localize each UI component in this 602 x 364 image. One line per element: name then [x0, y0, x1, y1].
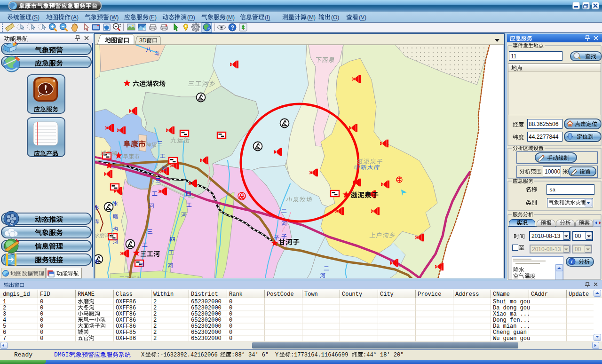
svg-text:2: 2	[153, 329, 157, 336]
svg-text:Provice: Provice	[418, 291, 441, 298]
svg-text:Town: Town	[304, 291, 318, 298]
svg-text:7: 7	[3, 335, 6, 342]
svg-text:0: 0	[229, 329, 232, 336]
svg-text:0: 0	[40, 329, 43, 336]
svg-text:0: 0	[40, 311, 43, 317]
svg-text:(O): (O)	[331, 14, 339, 21]
svg-text:OXFF86: OXFF86	[116, 311, 136, 317]
svg-text:Dong fen...: Dong fen...	[493, 317, 530, 324]
svg-text:RNAME: RNAME	[78, 291, 95, 298]
svg-text::88° 34′ 6″: :88° 34′ 6″	[231, 352, 269, 358]
svg-text:0: 0	[40, 335, 43, 342]
svg-text:10000: 10000	[545, 168, 561, 175]
svg-text:City: City	[380, 291, 394, 298]
svg-text:(D): (D)	[187, 14, 195, 21]
svg-text:0: 0	[40, 305, 43, 311]
svg-text:2: 2	[153, 299, 157, 305]
svg-text:County: County	[342, 291, 362, 298]
svg-text:652302000: 652302000	[191, 323, 222, 330]
svg-text:?: ?	[231, 24, 234, 31]
svg-text:Shui mo gou: Shui mo gou	[493, 299, 530, 305]
svg-text:0: 0	[40, 299, 43, 305]
svg-text:District: District	[191, 291, 218, 298]
svg-text:44.2277844: 44.2277844	[529, 134, 559, 140]
svg-text:0: 0	[229, 323, 232, 330]
svg-text:00: 00	[575, 233, 581, 239]
svg-text:652302000: 652302000	[191, 305, 222, 311]
svg-text:Wu guan gou: Wu guan gou	[493, 335, 530, 342]
svg-text:2: 2	[153, 305, 157, 311]
svg-text:dmgis_id: dmgis_id	[3, 291, 30, 298]
svg-text:652302000: 652302000	[191, 317, 222, 324]
svg-text:0: 0	[229, 311, 232, 317]
svg-text:652302000: 652302000	[191, 311, 222, 317]
svg-text:Class: Class	[116, 291, 133, 298]
svg-text::1773164.11646699: :1773164.11646699	[291, 352, 348, 358]
svg-text:Cheng guan: Cheng guan	[493, 329, 527, 336]
svg-text:2: 2	[153, 317, 157, 324]
svg-text:Y: Y	[275, 352, 278, 358]
svg-text:Address: Address	[455, 291, 479, 298]
svg-text:0: 0	[40, 317, 43, 324]
svg-text:652302000: 652302000	[191, 329, 222, 336]
svg-text:0: 0	[229, 317, 232, 324]
svg-text:6: 6	[3, 329, 6, 336]
svg-text:0: 0	[229, 299, 232, 305]
svg-text::44° 18′ 20″: :44° 18′ 20″	[363, 352, 404, 358]
svg-text:PostCode: PostCode	[267, 291, 294, 298]
svg-text:(S): (S)	[32, 14, 40, 21]
svg-text:(E): (E)	[149, 14, 157, 21]
svg-text:OXFF86: OXFF86	[116, 317, 136, 324]
svg-text:(A): (A)	[71, 14, 79, 21]
svg-text:2010-08-13: 2010-08-13	[532, 246, 561, 253]
svg-text:(M): (M)	[307, 14, 316, 21]
svg-text:OXFF86: OXFF86	[116, 335, 136, 342]
svg-text:1: 1	[3, 299, 6, 305]
svg-text:(M): (M)	[226, 14, 235, 21]
svg-text:Ready: Ready	[14, 351, 32, 358]
svg-text:CName: CName	[493, 291, 510, 298]
svg-text:00: 00	[575, 246, 581, 253]
svg-text:652302000: 652302000	[191, 335, 222, 342]
svg-text:Within: Within	[153, 291, 174, 298]
svg-text:(I): (I)	[265, 14, 270, 21]
svg-text:FID: FID	[40, 291, 50, 298]
svg-text:4: 4	[3, 317, 6, 324]
svg-text:sa: sa	[549, 187, 556, 193]
svg-text:CAddr: CAddr	[531, 291, 548, 298]
svg-text:2: 2	[153, 311, 157, 317]
svg-text:0: 0	[229, 305, 232, 311]
svg-text:OXFF86: OXFF86	[116, 323, 136, 330]
svg-text:Xiao ma ...: Xiao ma ...	[493, 311, 530, 317]
svg-text:0: 0	[40, 323, 43, 330]
svg-text:5: 5	[3, 323, 6, 330]
svg-text:2: 2	[153, 323, 157, 330]
svg-text:0: 0	[229, 335, 232, 342]
svg-text:X: X	[141, 352, 144, 358]
svg-text:Da mian ...: Da mian ...	[493, 323, 530, 330]
svg-text:11: 11	[511, 53, 517, 60]
svg-text:OXFF86: OXFF86	[116, 299, 136, 305]
svg-text:Da dong gou: Da dong gou	[493, 305, 530, 311]
svg-text:652302000: 652302000	[191, 299, 222, 305]
svg-text:(V): (V)	[359, 14, 366, 21]
svg-text:3D: 3D	[139, 37, 147, 44]
svg-text:Update: Update	[569, 291, 589, 298]
svg-text:88.3625506: 88.3625506	[529, 121, 559, 127]
svg-text:(W): (W)	[110, 14, 119, 21]
svg-text:2010-08-13: 2010-08-13	[531, 233, 561, 239]
svg-text:OXFF85: OXFF85	[116, 329, 136, 336]
svg-text:2: 2	[153, 335, 157, 342]
svg-text:2: 2	[3, 305, 6, 311]
svg-text:OXFF86: OXFF86	[116, 305, 136, 311]
svg-text:3: 3	[3, 311, 6, 317]
svg-text::-1632392.42162066: :-1632392.42162066	[157, 352, 218, 358]
svg-text:Rank: Rank	[229, 291, 243, 298]
svg-text:DMGIS: DMGIS	[54, 351, 72, 358]
